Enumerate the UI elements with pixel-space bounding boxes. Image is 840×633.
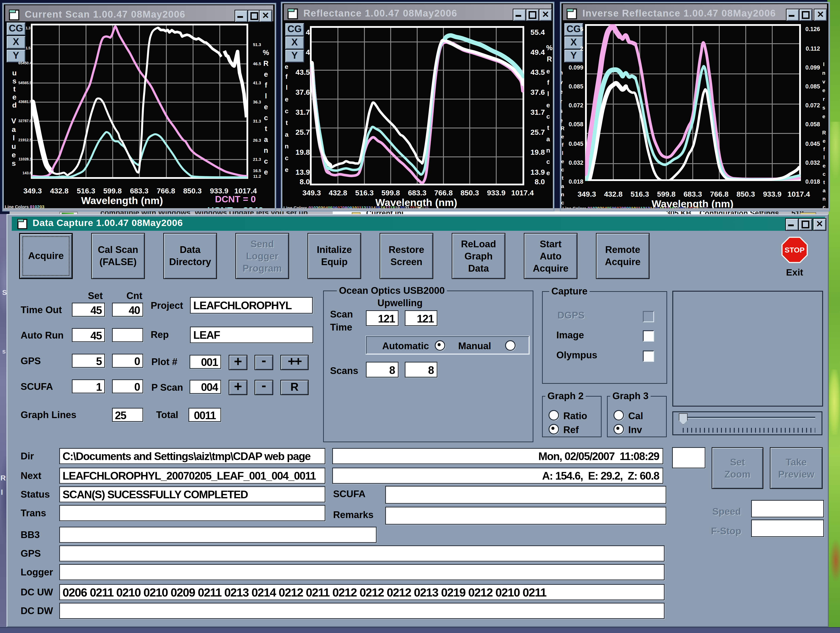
svg-text:STOP: STOP xyxy=(785,246,805,254)
